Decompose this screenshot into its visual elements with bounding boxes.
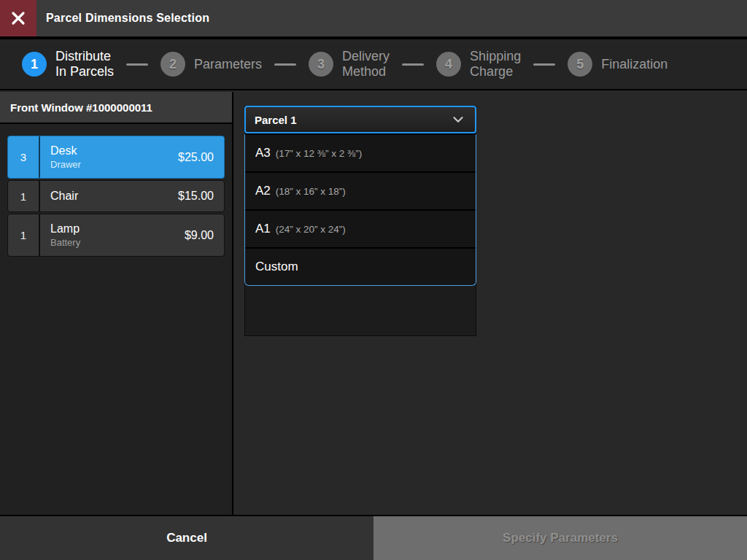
item-subtitle: Battery	[50, 237, 80, 248]
parcel-select[interactable]: Parcel 1	[244, 106, 476, 133]
option-name: A2	[255, 184, 271, 198]
item-body: Lamp Battery $9.00	[40, 214, 224, 256]
step-5-label: Finalization	[601, 57, 667, 72]
order-item-desk[interactable]: 3 Desk Drawer $25.00	[7, 136, 225, 179]
option-name: A3	[255, 146, 271, 160]
item-name: Chair	[50, 190, 78, 203]
step-3-label: Delivery Method	[342, 49, 390, 79]
step-3-delivery-method: 3 Delivery Method	[309, 49, 390, 79]
step-connector	[126, 63, 148, 66]
step-3-circle: 3	[309, 52, 333, 77]
step-2-label-line1: Parameters	[194, 57, 262, 72]
step-1-label: Distribute In Parcels	[55, 49, 114, 79]
option-dimensions: (18” x 16” x 18”)	[276, 186, 346, 197]
item-text: Lamp Battery	[50, 222, 80, 248]
option-dimensions: (17” x 12 ⅜” x 2 ⅜”)	[276, 148, 363, 159]
item-qty: 3	[8, 136, 40, 178]
step-4-label: Shipping Charge	[470, 49, 521, 79]
item-qty: 1	[8, 214, 40, 256]
dropdown-option-custom[interactable]: Custom	[245, 247, 476, 285]
step-2-label: Parameters	[194, 57, 262, 72]
step-1-circle: 1	[22, 52, 47, 77]
item-price: $15.00	[178, 190, 214, 203]
option-dimensions: (24” x 20” x 24”)	[276, 224, 346, 235]
item-name: Lamp	[50, 222, 80, 236]
close-icon	[10, 10, 26, 26]
specify-parameters-button[interactable]: Specify Parameters	[374, 516, 747, 560]
item-subtitle: Drawer	[50, 159, 81, 170]
dropdown-option-a2[interactable]: A2 (18” x 16” x 18”)	[245, 171, 476, 209]
order-panel: Front Window #1000000011 3 Desk Drawer $…	[0, 92, 233, 516]
step-connector	[533, 63, 555, 66]
footer-bar: Cancel Specify Parameters	[0, 515, 747, 560]
step-4-label-line1: Shipping	[470, 49, 521, 64]
parcel-card: Parcel 1 A3 (17” x 12 ⅜” x 2 ⅜”) A2 (	[244, 106, 476, 336]
parcel-select-value: Parcel 1	[255, 114, 297, 126]
step-4-label-line2: Charge	[470, 64, 521, 79]
item-price: $25.00	[178, 151, 214, 164]
item-price: $9.00	[185, 229, 214, 242]
dropdown-option-a1[interactable]: A1 (24” x 20” x 24”)	[245, 209, 476, 247]
item-body: Chair $15.00	[40, 181, 224, 211]
content-area: Front Window #1000000011 3 Desk Drawer $…	[0, 92, 747, 516]
step-3-label-line2: Method	[342, 64, 390, 79]
chevron-down-icon	[450, 112, 466, 128]
step-2-circle: 2	[160, 52, 185, 77]
step-1-label-line2: In Parcels	[55, 64, 114, 79]
item-text: Desk Drawer	[50, 144, 81, 170]
step-1-label-line1: Distribute	[55, 49, 114, 64]
step-4-circle: 4	[436, 52, 461, 77]
close-button[interactable]	[0, 0, 36, 36]
parcel-config-area: Parcel 1 A3 (17” x 12 ⅜” x 2 ⅜”) A2 (	[233, 92, 747, 516]
item-qty: 1	[8, 181, 40, 211]
step-2-parameters: 2 Parameters	[160, 52, 262, 77]
step-connector	[274, 63, 296, 66]
step-5-finalization: 5 Finalization	[568, 52, 667, 77]
order-item-list: 3 Desk Drawer $25.00 1 Chair	[0, 124, 232, 257]
step-1-distribute-in-parcels: 1 Distribute In Parcels	[22, 49, 114, 79]
page-title: Parcel Dimensions Selection	[46, 12, 209, 25]
step-connector	[402, 63, 424, 66]
item-text: Chair	[50, 190, 78, 203]
wizard-stepper: 1 Distribute In Parcels 2 Parameters 3 D…	[0, 39, 747, 90]
order-item-lamp[interactable]: 1 Lamp Battery $9.00	[7, 214, 225, 257]
parcel-dimensions-dialog: Parcel Dimensions Selection 1 Distribute…	[0, 0, 747, 560]
item-name: Desk	[50, 144, 81, 158]
option-name: A1	[255, 222, 271, 236]
step-3-label-line1: Delivery	[342, 49, 390, 64]
order-panel-header: Front Window #1000000011	[0, 92, 232, 124]
parcel-size-dropdown: A3 (17” x 12 ⅜” x 2 ⅜”) A2 (18” x 16” x …	[244, 133, 476, 286]
cancel-button[interactable]: Cancel	[0, 516, 374, 560]
option-name: Custom	[255, 260, 298, 274]
step-5-circle: 5	[568, 52, 592, 77]
item-body: Desk Drawer $25.00	[40, 136, 224, 178]
step-5-label-line1: Finalization	[601, 57, 667, 72]
dropdown-option-a3[interactable]: A3 (17” x 12 ⅜” x 2 ⅜”)	[245, 135, 476, 171]
step-4-shipping-charge: 4 Shipping Charge	[436, 49, 521, 79]
titlebar: Parcel Dimensions Selection	[0, 0, 747, 36]
order-item-chair[interactable]: 1 Chair $15.00	[7, 180, 225, 212]
